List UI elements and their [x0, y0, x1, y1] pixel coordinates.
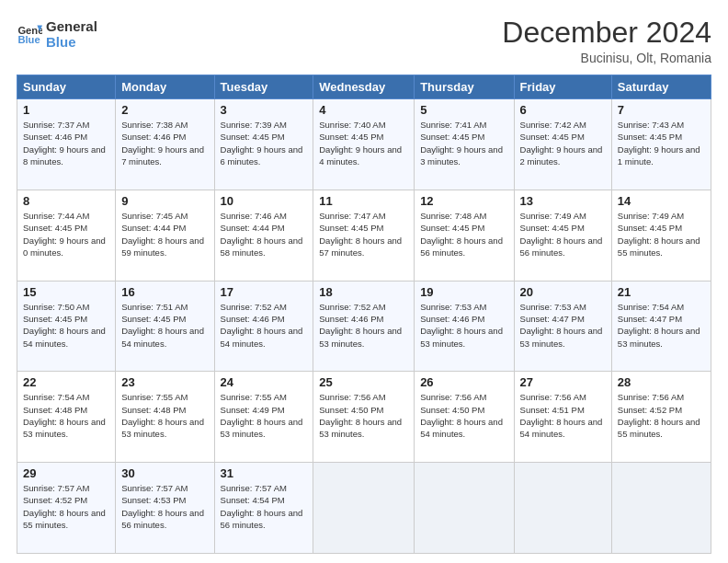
calendar-row-4: 22 Sunrise: 7:54 AMSunset: 4:48 PMDaylig…	[17, 372, 711, 463]
day-info: Sunrise: 7:49 AMSunset: 4:45 PMDaylight:…	[618, 211, 700, 258]
day-info: Sunrise: 7:41 AMSunset: 4:45 PMDaylight:…	[420, 120, 503, 167]
day-info: Sunrise: 7:43 AMSunset: 4:45 PMDaylight:…	[618, 120, 700, 167]
day-number: 6	[520, 103, 606, 117]
day-info: Sunrise: 7:47 AMSunset: 4:45 PMDaylight:…	[319, 211, 402, 258]
table-row: 5 Sunrise: 7:41 AMSunset: 4:45 PMDayligh…	[415, 99, 514, 190]
table-row: 8 Sunrise: 7:44 AMSunset: 4:45 PMDayligh…	[17, 190, 116, 281]
day-number: 3	[221, 103, 308, 117]
table-row: 23 Sunrise: 7:55 AMSunset: 4:48 PMDaylig…	[116, 372, 214, 463]
day-number: 8	[23, 194, 109, 208]
day-number: 26	[420, 375, 507, 389]
table-row: 2 Sunrise: 7:38 AMSunset: 4:46 PMDayligh…	[116, 99, 214, 190]
col-header-wednesday: Wednesday	[313, 75, 415, 99]
table-row: 29 Sunrise: 7:57 AMSunset: 4:52 PMDaylig…	[17, 463, 116, 554]
col-header-thursday: Thursday	[415, 75, 514, 99]
day-number: 27	[520, 375, 606, 389]
svg-text:Blue: Blue	[17, 34, 40, 45]
day-info: Sunrise: 7:53 AMSunset: 4:46 PMDaylight:…	[420, 302, 503, 349]
day-info: Sunrise: 7:48 AMSunset: 4:45 PMDaylight:…	[420, 211, 503, 258]
col-header-friday: Friday	[514, 75, 611, 99]
day-number: 9	[121, 194, 208, 208]
calendar-row-5: 29 Sunrise: 7:57 AMSunset: 4:52 PMDaylig…	[17, 463, 711, 554]
day-number: 31	[221, 466, 308, 480]
day-number: 28	[618, 375, 705, 389]
col-header-sunday: Sunday	[17, 75, 116, 99]
day-number: 2	[121, 103, 208, 117]
table-row: 26 Sunrise: 7:56 AMSunset: 4:50 PMDaylig…	[415, 372, 514, 463]
table-row: 1 Sunrise: 7:37 AMSunset: 4:46 PMDayligh…	[17, 99, 116, 190]
day-number: 18	[319, 285, 408, 299]
table-row: 18 Sunrise: 7:52 AMSunset: 4:46 PMDaylig…	[313, 281, 415, 372]
logo-icon: General Blue	[17, 20, 42, 46]
day-number: 19	[420, 285, 507, 299]
table-row: 21 Sunrise: 7:54 AMSunset: 4:47 PMDaylig…	[611, 281, 711, 372]
table-row: 24 Sunrise: 7:55 AMSunset: 4:49 PMDaylig…	[214, 372, 313, 463]
month-title: December 2024	[502, 17, 711, 49]
table-row: 6 Sunrise: 7:42 AMSunset: 4:45 PMDayligh…	[514, 99, 611, 190]
day-info: Sunrise: 7:53 AMSunset: 4:47 PMDaylight:…	[520, 302, 603, 349]
table-row	[514, 463, 611, 554]
day-info: Sunrise: 7:42 AMSunset: 4:45 PMDaylight:…	[520, 120, 603, 167]
day-info: Sunrise: 7:44 AMSunset: 4:45 PMDaylight:…	[23, 211, 106, 258]
calendar-row-2: 8 Sunrise: 7:44 AMSunset: 4:45 PMDayligh…	[17, 190, 711, 281]
table-row: 30 Sunrise: 7:57 AMSunset: 4:53 PMDaylig…	[116, 463, 214, 554]
title-block: December 2024 Bucinisu, Olt, Romania	[502, 17, 711, 65]
day-info: Sunrise: 7:56 AMSunset: 4:52 PMDaylight:…	[618, 392, 700, 439]
table-row: 22 Sunrise: 7:54 AMSunset: 4:48 PMDaylig…	[17, 372, 116, 463]
day-number: 1	[23, 103, 109, 117]
day-info: Sunrise: 7:52 AMSunset: 4:46 PMDaylight:…	[319, 302, 402, 349]
day-number: 12	[420, 194, 507, 208]
day-number: 17	[221, 285, 308, 299]
logo-line1: General	[46, 18, 97, 34]
day-info: Sunrise: 7:56 AMSunset: 4:50 PMDaylight:…	[420, 392, 503, 439]
day-info: Sunrise: 7:46 AMSunset: 4:44 PMDaylight:…	[221, 211, 303, 258]
day-info: Sunrise: 7:56 AMSunset: 4:50 PMDaylight:…	[319, 392, 402, 439]
table-row: 9 Sunrise: 7:45 AMSunset: 4:44 PMDayligh…	[116, 190, 214, 281]
day-info: Sunrise: 7:57 AMSunset: 4:53 PMDaylight:…	[121, 483, 204, 530]
calendar-table: SundayMondayTuesdayWednesdayThursdayFrid…	[17, 75, 711, 554]
logo-line2: Blue	[46, 34, 97, 50]
calendar-page: General Blue General Blue December 2024 …	[0, 0, 728, 563]
table-row: 14 Sunrise: 7:49 AMSunset: 4:45 PMDaylig…	[611, 190, 711, 281]
day-number: 15	[23, 285, 109, 299]
day-info: Sunrise: 7:51 AMSunset: 4:45 PMDaylight:…	[121, 302, 204, 349]
day-info: Sunrise: 7:38 AMSunset: 4:46 PMDaylight:…	[121, 120, 204, 167]
day-info: Sunrise: 7:55 AMSunset: 4:48 PMDaylight:…	[121, 392, 204, 439]
table-row	[313, 463, 415, 554]
day-info: Sunrise: 7:54 AMSunset: 4:48 PMDaylight:…	[23, 392, 106, 439]
location-subtitle: Bucinisu, Olt, Romania	[502, 51, 711, 65]
col-header-monday: Monday	[116, 75, 214, 99]
day-number: 5	[420, 103, 507, 117]
day-info: Sunrise: 7:50 AMSunset: 4:45 PMDaylight:…	[23, 302, 106, 349]
day-info: Sunrise: 7:55 AMSunset: 4:49 PMDaylight:…	[221, 392, 303, 439]
table-row	[415, 463, 514, 554]
day-number: 14	[618, 194, 705, 208]
day-info: Sunrise: 7:45 AMSunset: 4:44 PMDaylight:…	[121, 211, 204, 258]
day-info: Sunrise: 7:57 AMSunset: 4:52 PMDaylight:…	[23, 483, 106, 530]
day-number: 7	[618, 103, 705, 117]
day-number: 11	[319, 194, 408, 208]
table-row: 12 Sunrise: 7:48 AMSunset: 4:45 PMDaylig…	[415, 190, 514, 281]
day-info: Sunrise: 7:56 AMSunset: 4:51 PMDaylight:…	[520, 392, 603, 439]
table-row: 28 Sunrise: 7:56 AMSunset: 4:52 PMDaylig…	[611, 372, 711, 463]
day-number: 24	[221, 375, 308, 389]
day-info: Sunrise: 7:52 AMSunset: 4:46 PMDaylight:…	[221, 302, 303, 349]
table-row	[611, 463, 711, 554]
day-number: 10	[221, 194, 308, 208]
table-row: 13 Sunrise: 7:49 AMSunset: 4:45 PMDaylig…	[514, 190, 611, 281]
day-info: Sunrise: 7:37 AMSunset: 4:46 PMDaylight:…	[23, 120, 106, 167]
calendar-row-1: 1 Sunrise: 7:37 AMSunset: 4:46 PMDayligh…	[17, 99, 711, 190]
day-number: 22	[23, 375, 109, 389]
day-number: 20	[520, 285, 606, 299]
day-info: Sunrise: 7:40 AMSunset: 4:45 PMDaylight:…	[319, 120, 402, 167]
day-info: Sunrise: 7:54 AMSunset: 4:47 PMDaylight:…	[618, 302, 700, 349]
table-row: 16 Sunrise: 7:51 AMSunset: 4:45 PMDaylig…	[116, 281, 214, 372]
header: General Blue General Blue December 2024 …	[17, 17, 711, 65]
day-info: Sunrise: 7:49 AMSunset: 4:45 PMDaylight:…	[520, 211, 603, 258]
day-number: 23	[121, 375, 208, 389]
day-number: 21	[618, 285, 705, 299]
calendar-row-3: 15 Sunrise: 7:50 AMSunset: 4:45 PMDaylig…	[17, 281, 711, 372]
day-number: 16	[121, 285, 208, 299]
table-row: 19 Sunrise: 7:53 AMSunset: 4:46 PMDaylig…	[415, 281, 514, 372]
table-row: 17 Sunrise: 7:52 AMSunset: 4:46 PMDaylig…	[214, 281, 313, 372]
